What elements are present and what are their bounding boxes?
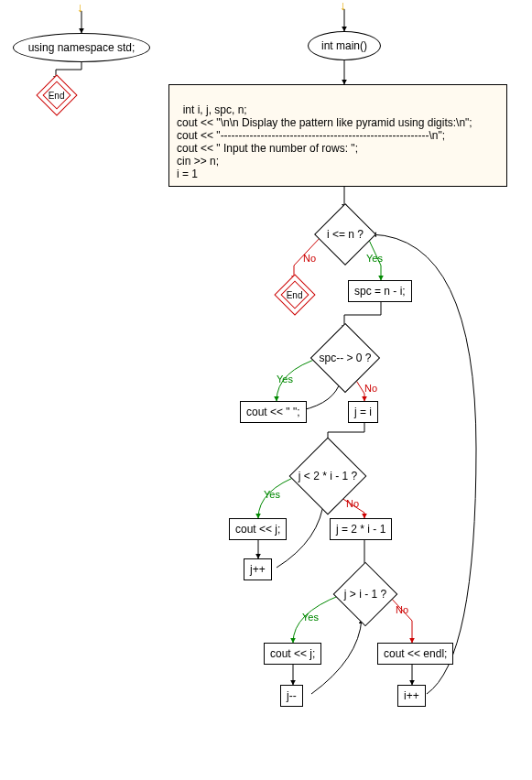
label-no: No	[396, 604, 408, 615]
node-cout-j2: cout << j;	[264, 643, 321, 665]
label-yes: Yes	[264, 489, 280, 500]
node-cout-endl: cout << endl;	[377, 643, 453, 665]
node-label: cout << " ";	[246, 406, 300, 418]
node-j-eq-i: j = i	[348, 401, 378, 423]
node-using-namespace: using namespace std;	[13, 33, 150, 62]
node-j-assign: j = 2 * i - 1	[330, 518, 392, 540]
label-no: No	[364, 383, 377, 394]
node-ipp: i++	[397, 685, 426, 707]
entry-arrow-right: ↓	[340, 0, 346, 13]
node-spc-assign: spc = n - i;	[348, 280, 412, 302]
node-label: j = 2 * i - 1	[336, 523, 385, 536]
label-no: No	[346, 498, 359, 509]
node-label: cout << j;	[235, 523, 280, 536]
label-yes: Yes	[366, 253, 383, 264]
code-content: int i, j, spc, n; cout << "\n\n Display …	[177, 103, 472, 180]
node-jmm: j--	[280, 685, 303, 707]
label-yes: Yes	[302, 612, 319, 623]
node-label: j--	[287, 689, 297, 702]
label-yes: Yes	[277, 374, 293, 385]
node-int-main: int main()	[308, 31, 381, 60]
node-label: j = i	[354, 406, 372, 418]
cond-label: j < 2 * i - 1 ?	[299, 470, 357, 482]
node-label: cout << j;	[270, 647, 315, 660]
end-label: End	[287, 289, 303, 299]
end-label: End	[49, 90, 65, 100]
node-end-left: End	[42, 81, 71, 110]
node-label: int main()	[321, 39, 367, 52]
cond-label: spc-- > 0 ?	[319, 352, 371, 364]
cond-j-gt: j > i - 1 ?	[333, 562, 398, 627]
node-cout-j1: cout << j;	[229, 518, 287, 540]
node-label: j++	[250, 563, 266, 576]
node-label: spc = n - i;	[354, 285, 406, 298]
node-end-right: End	[280, 280, 309, 309]
cond-label: i <= n ?	[327, 228, 364, 241]
node-jpp: j++	[244, 558, 272, 580]
node-cout-space: cout << " ";	[240, 401, 307, 423]
node-label: cout << endl;	[384, 647, 447, 660]
entry-arrow-left: ↓	[77, 0, 83, 15]
cond-label: j > i - 1 ?	[344, 588, 386, 601]
label-no: No	[303, 253, 316, 264]
node-codebox: int i, j, spc, n; cout << "\n\n Display …	[168, 84, 507, 187]
node-label: using namespace std;	[28, 41, 136, 54]
node-label: i++	[404, 689, 419, 702]
